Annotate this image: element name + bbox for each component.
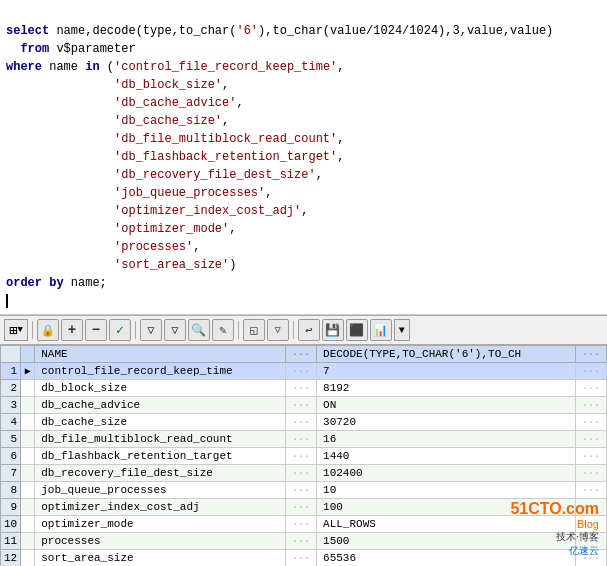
- copy-btn[interactable]: ◱: [243, 319, 265, 341]
- col-value-header[interactable]: DECODE(TYPE,TO_CHAR('6'),TO_CH: [317, 346, 576, 363]
- row-selector[interactable]: [21, 533, 35, 550]
- cell-name[interactable]: sort_area_size: [35, 550, 286, 567]
- cell-value[interactable]: 16: [317, 431, 576, 448]
- table-row[interactable]: 6db_flashback_retention_target···1440···: [1, 448, 607, 465]
- header-row-num: [1, 346, 21, 363]
- cell-name[interactable]: optimizer_mode: [35, 516, 286, 533]
- ellipsis-1: ···: [286, 448, 317, 465]
- results-table: NAME ··· DECODE(TYPE,TO_CHAR('6'),TO_CH …: [0, 345, 607, 566]
- ellipsis-2: ···: [575, 550, 606, 567]
- more-dropdown-btn[interactable]: ▼: [394, 319, 410, 341]
- row-number: 1: [1, 363, 21, 380]
- table-row[interactable]: 8job_queue_processes···10···: [1, 482, 607, 499]
- table-row[interactable]: 2db_block_size···8192···: [1, 380, 607, 397]
- cell-name[interactable]: db_flashback_retention_target: [35, 448, 286, 465]
- table-row[interactable]: 9optimizer_index_cost_adj···100···: [1, 499, 607, 516]
- row-selector[interactable]: [21, 380, 35, 397]
- row-number: 4: [1, 414, 21, 431]
- toolbar: ⊞▼ 🔒 + − ✓ ▽ ▽ 🔍 ✎ ◱ ▽ ↩ 💾 ⬛ 📊 ▼: [0, 315, 607, 345]
- row-number: 5: [1, 431, 21, 448]
- cell-value[interactable]: 1440: [317, 448, 576, 465]
- row-number: 9: [1, 499, 21, 516]
- col-ellipsis-header: ···: [286, 346, 317, 363]
- filter-btn[interactable]: ▽: [140, 319, 162, 341]
- row-selector[interactable]: [21, 482, 35, 499]
- cell-name[interactable]: db_block_size: [35, 380, 286, 397]
- row-selector[interactable]: ▶: [21, 363, 35, 380]
- row-number: 11: [1, 533, 21, 550]
- row-selector[interactable]: [21, 550, 35, 567]
- cell-name[interactable]: job_queue_processes: [35, 482, 286, 499]
- row-selector[interactable]: [21, 448, 35, 465]
- edit-btn[interactable]: ✎: [212, 319, 234, 341]
- ellipsis-1: ···: [286, 533, 317, 550]
- ellipsis-2: ···: [575, 465, 606, 482]
- cell-value[interactable]: 8192: [317, 380, 576, 397]
- table-row[interactable]: 4db_cache_size···30720···: [1, 414, 607, 431]
- cell-value[interactable]: 100: [317, 499, 576, 516]
- toolbar-separator-2: [135, 321, 136, 339]
- ellipsis-1: ···: [286, 550, 317, 567]
- cell-name[interactable]: db_file_multiblock_read_count: [35, 431, 286, 448]
- table-row[interactable]: 10optimizer_mode···ALL_ROWS···: [1, 516, 607, 533]
- chart-btn[interactable]: 📊: [370, 319, 392, 341]
- table-row[interactable]: 12sort_area_size···65536···: [1, 550, 607, 567]
- ellipsis-2: ···: [575, 533, 606, 550]
- paste-dropdown-btn[interactable]: ▽: [267, 319, 289, 341]
- header-row-selector: [21, 346, 35, 363]
- remove-btn[interactable]: −: [85, 319, 107, 341]
- ellipsis-1: ···: [286, 431, 317, 448]
- results-body: 1▶control_file_record_keep_time···7···2d…: [1, 363, 607, 567]
- table-row[interactable]: 3db_cache_advice···ON···: [1, 397, 607, 414]
- print-btn[interactable]: ⬛: [346, 319, 368, 341]
- confirm-btn[interactable]: ✓: [109, 319, 131, 341]
- cell-value[interactable]: ALL_ROWS: [317, 516, 576, 533]
- ellipsis-1: ···: [286, 499, 317, 516]
- lock-btn[interactable]: 🔒: [37, 319, 59, 341]
- row-number: 7: [1, 465, 21, 482]
- ellipsis-2: ···: [575, 363, 606, 380]
- toolbar-separator-4: [293, 321, 294, 339]
- cell-value[interactable]: 65536: [317, 550, 576, 567]
- cell-value[interactable]: 102400: [317, 465, 576, 482]
- row-selector[interactable]: [21, 431, 35, 448]
- table-row[interactable]: 11processes···1500···: [1, 533, 607, 550]
- cell-value[interactable]: 10: [317, 482, 576, 499]
- ellipsis-2: ···: [575, 414, 606, 431]
- row-selector[interactable]: [21, 499, 35, 516]
- ellipsis-1: ···: [286, 516, 317, 533]
- toolbar-separator-3: [238, 321, 239, 339]
- cell-name[interactable]: db_cache_advice: [35, 397, 286, 414]
- grid-dropdown-btn[interactable]: ⊞▼: [4, 319, 28, 341]
- save-btn[interactable]: 💾: [322, 319, 344, 341]
- col-ellipsis-header2: ···: [575, 346, 606, 363]
- col-name-header[interactable]: NAME: [35, 346, 286, 363]
- table-row[interactable]: 1▶control_file_record_keep_time···7···: [1, 363, 607, 380]
- row-number: 3: [1, 397, 21, 414]
- row-number: 6: [1, 448, 21, 465]
- cell-name[interactable]: db_cache_size: [35, 414, 286, 431]
- add-btn[interactable]: +: [61, 319, 83, 341]
- cell-name[interactable]: db_recovery_file_dest_size: [35, 465, 286, 482]
- table-row[interactable]: 7db_recovery_file_dest_size···102400···: [1, 465, 607, 482]
- row-selector[interactable]: [21, 397, 35, 414]
- row-selector[interactable]: [21, 516, 35, 533]
- cell-value[interactable]: ON: [317, 397, 576, 414]
- cell-value[interactable]: 7: [317, 363, 576, 380]
- sort-btn[interactable]: ▽: [164, 319, 186, 341]
- row-selector[interactable]: [21, 414, 35, 431]
- table-row[interactable]: 5db_file_multiblock_read_count···16···: [1, 431, 607, 448]
- cell-value[interactable]: 30720: [317, 414, 576, 431]
- row-selector[interactable]: [21, 465, 35, 482]
- search-btn[interactable]: 🔍: [188, 319, 210, 341]
- cell-name[interactable]: processes: [35, 533, 286, 550]
- export-btn[interactable]: ↩: [298, 319, 320, 341]
- ellipsis-2: ···: [575, 516, 606, 533]
- sql-editor[interactable]: select name,decode(type,to_char('6'),to_…: [0, 0, 607, 315]
- cell-value[interactable]: 1500: [317, 533, 576, 550]
- ellipsis-2: ···: [575, 397, 606, 414]
- ellipsis-1: ···: [286, 363, 317, 380]
- cell-name[interactable]: control_file_record_keep_time: [35, 363, 286, 380]
- cell-name[interactable]: optimizer_index_cost_adj: [35, 499, 286, 516]
- results-area[interactable]: NAME ··· DECODE(TYPE,TO_CHAR('6'),TO_CH …: [0, 345, 607, 566]
